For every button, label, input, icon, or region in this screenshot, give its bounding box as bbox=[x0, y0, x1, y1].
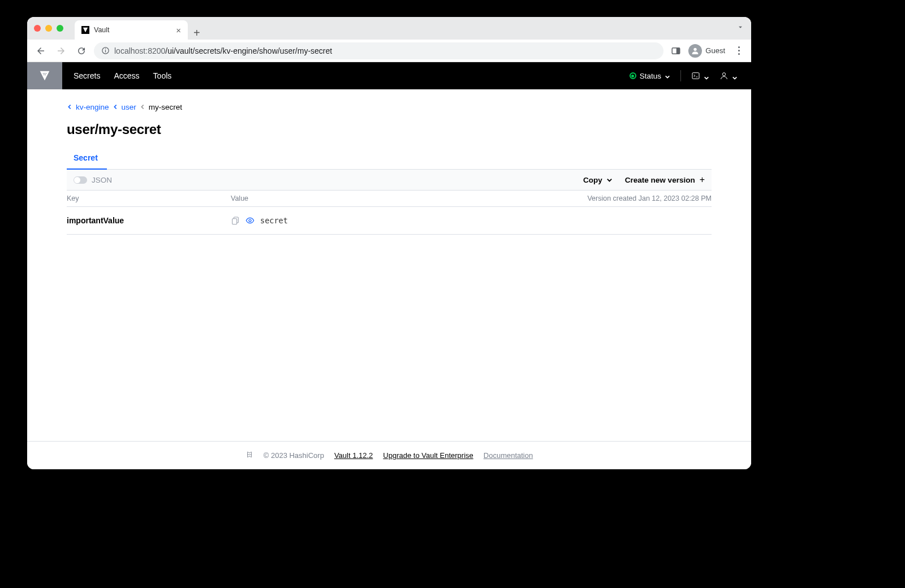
svg-point-6 bbox=[43, 73, 44, 74]
tab-close-icon[interactable]: × bbox=[176, 25, 181, 35]
tab-title: Vault bbox=[94, 26, 110, 34]
copy-label: Copy bbox=[583, 176, 602, 184]
status-label: Status bbox=[640, 72, 661, 80]
table-header: Key Value Version created Jan 12, 2023 0… bbox=[67, 191, 712, 207]
chevron-down-icon bbox=[606, 177, 613, 183]
guest-label: Guest bbox=[705, 46, 725, 55]
new-tab-button[interactable]: + bbox=[193, 27, 200, 40]
address-bar[interactable]: localhost:8200/ui/vault/secrets/kv-engin… bbox=[94, 42, 663, 59]
vault-content: kv-engine user my-secret user/my-secret … bbox=[27, 89, 751, 469]
svg-point-7 bbox=[44, 73, 45, 74]
svg-point-8 bbox=[46, 73, 47, 74]
plus-icon: + bbox=[700, 175, 705, 185]
create-new-version-button[interactable]: Create new version + bbox=[625, 175, 705, 185]
url-text: localhost:8200/ui/vault/secrets/kv-engin… bbox=[114, 46, 332, 55]
chevron-down-icon bbox=[704, 73, 709, 79]
user-menu-button[interactable] bbox=[719, 71, 738, 80]
browser-tabstrip: Vault × + bbox=[27, 17, 751, 40]
create-label: Create new version bbox=[625, 176, 695, 184]
svg-rect-4 bbox=[676, 47, 680, 54]
svg-rect-2 bbox=[105, 49, 105, 49]
tab-bar: Secret bbox=[67, 148, 712, 170]
breadcrumb-kv-engine[interactable]: kv-engine bbox=[76, 103, 109, 111]
status-indicator-icon bbox=[630, 72, 636, 79]
avatar-icon bbox=[688, 44, 702, 58]
json-label: JSON bbox=[92, 176, 112, 184]
row-key: importantValue bbox=[67, 216, 231, 225]
chevron-left-icon bbox=[140, 103, 145, 111]
footer-docs-link[interactable]: Documentation bbox=[484, 451, 533, 460]
traffic-lights bbox=[34, 25, 63, 32]
copy-icon[interactable] bbox=[231, 216, 240, 225]
browser-toolbar: localhost:8200/ui/vault/secrets/kv-engin… bbox=[27, 40, 751, 62]
console-button[interactable] bbox=[691, 71, 709, 80]
svg-point-9 bbox=[44, 75, 45, 76]
svg-rect-1 bbox=[105, 50, 105, 52]
row-value: secret bbox=[260, 216, 288, 225]
nav-tools[interactable]: Tools bbox=[153, 71, 172, 80]
footer-copyright: © 2023 HashiCorp bbox=[264, 451, 324, 460]
breadcrumb: kv-engine user my-secret bbox=[67, 103, 712, 111]
vault-header: Secrets Access Tools Status bbox=[27, 62, 751, 89]
user-icon bbox=[719, 71, 729, 80]
page-title: user/my-secret bbox=[67, 122, 712, 137]
chevron-down-icon bbox=[732, 73, 738, 79]
svg-point-15 bbox=[249, 219, 251, 222]
copy-button[interactable]: Copy bbox=[583, 176, 613, 184]
hashicorp-icon bbox=[245, 451, 253, 460]
svg-point-12 bbox=[722, 73, 725, 76]
profile-button[interactable]: Guest bbox=[688, 44, 725, 58]
window-minimize-button[interactable] bbox=[45, 25, 52, 32]
table-row: importantValue secret bbox=[67, 207, 712, 235]
breadcrumb-current: my-secret bbox=[149, 103, 182, 111]
toolbar: JSON Copy Create new version + bbox=[67, 170, 712, 191]
panel-icon[interactable] bbox=[668, 43, 684, 59]
breadcrumb-user[interactable]: user bbox=[122, 103, 136, 111]
svg-rect-11 bbox=[692, 73, 699, 79]
vault-favicon-icon bbox=[81, 26, 89, 34]
json-toggle[interactable]: JSON bbox=[74, 176, 112, 184]
col-header-key: Key bbox=[67, 194, 231, 202]
svg-rect-14 bbox=[232, 219, 237, 224]
divider bbox=[680, 70, 681, 81]
status-button[interactable]: Status bbox=[630, 72, 670, 80]
reload-button[interactable] bbox=[74, 43, 89, 59]
tabstrip-dropdown-icon[interactable] bbox=[736, 23, 744, 33]
window-close-button[interactable] bbox=[34, 25, 41, 32]
nav-secrets[interactable]: Secrets bbox=[74, 71, 100, 80]
chevron-left-icon bbox=[67, 103, 72, 111]
chevron-left-icon bbox=[113, 103, 118, 111]
svg-point-5 bbox=[694, 47, 697, 50]
browser-window: Vault × + localhost:8200/ui/vault/secret… bbox=[27, 17, 751, 469]
vault-logo[interactable] bbox=[27, 62, 62, 89]
site-info-icon[interactable] bbox=[101, 46, 110, 55]
browser-tab[interactable]: Vault × bbox=[75, 20, 188, 40]
col-header-value: Value bbox=[231, 194, 587, 202]
back-button[interactable] bbox=[33, 43, 49, 59]
footer-upgrade-link[interactable]: Upgrade to Vault Enterprise bbox=[383, 451, 473, 460]
tab-secret[interactable]: Secret bbox=[67, 148, 107, 170]
toggle-switch-icon[interactable] bbox=[74, 176, 87, 184]
nav-access[interactable]: Access bbox=[114, 71, 139, 80]
footer-version-link[interactable]: Vault 1.12.2 bbox=[334, 451, 373, 460]
chevron-down-icon bbox=[665, 73, 670, 79]
forward-button[interactable] bbox=[53, 43, 69, 59]
browser-menu-button[interactable] bbox=[732, 46, 745, 55]
terminal-icon bbox=[691, 71, 700, 80]
footer: © 2023 HashiCorp Vault 1.12.2 Upgrade to… bbox=[27, 441, 751, 469]
version-created-label: Version created Jan 12, 2023 02:28 PM bbox=[587, 194, 712, 202]
main-nav: Secrets Access Tools bbox=[74, 71, 171, 80]
window-maximize-button[interactable] bbox=[57, 25, 63, 32]
eye-icon[interactable] bbox=[245, 216, 255, 225]
svg-point-10 bbox=[45, 75, 46, 76]
